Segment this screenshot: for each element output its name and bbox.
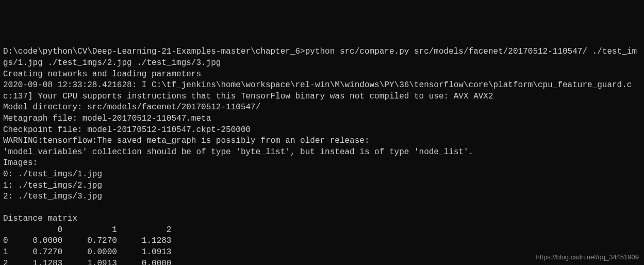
matrix-header: Distance matrix xyxy=(3,213,641,225)
output-creating: Creating networks and loading parameters xyxy=(3,69,641,80)
prompt-path: D:\code\python\CV\Deep-Learning-21-Examp… xyxy=(3,47,305,56)
terminal-output[interactable]: D:\code\python\CV\Deep-Learning-21-Examp… xyxy=(3,46,641,265)
command-line: D:\code\python\CV\Deep-Learning-21-Examp… xyxy=(3,46,641,69)
output-metagraph: Metagraph file: model-20170512-110547.me… xyxy=(3,113,641,125)
matrix-row-0: 00.00000.72701.1283 xyxy=(3,236,641,247)
watermark-text: https://blog.csdn.net/qq_34451909 xyxy=(536,253,639,262)
output-warning: WARNING:tensorflow:The saved meta_graph … xyxy=(3,136,641,147)
output-image-0: 0: ./test_imgs/1.jpg xyxy=(3,169,641,180)
output-checkpoint: Checkpoint file: model-20170512-110547.c… xyxy=(3,125,641,136)
output-image-2: 2: ./test_imgs/3.jpg xyxy=(3,191,641,203)
output-image-1: 1: ./test_imgs/2.jpg xyxy=(3,180,641,192)
matrix-col-header: 012 xyxy=(3,225,641,236)
output-model-dir: Model directory: src/models/facenet/2017… xyxy=(3,102,641,113)
output-warning2: 'model_variables' collection should be o… xyxy=(3,147,641,158)
blank-line xyxy=(3,203,641,214)
output-tf-log: 2020-09-08 12:33:28.421628: I C:\tf_jenk… xyxy=(3,80,641,102)
output-images-header: Images: xyxy=(3,158,641,169)
